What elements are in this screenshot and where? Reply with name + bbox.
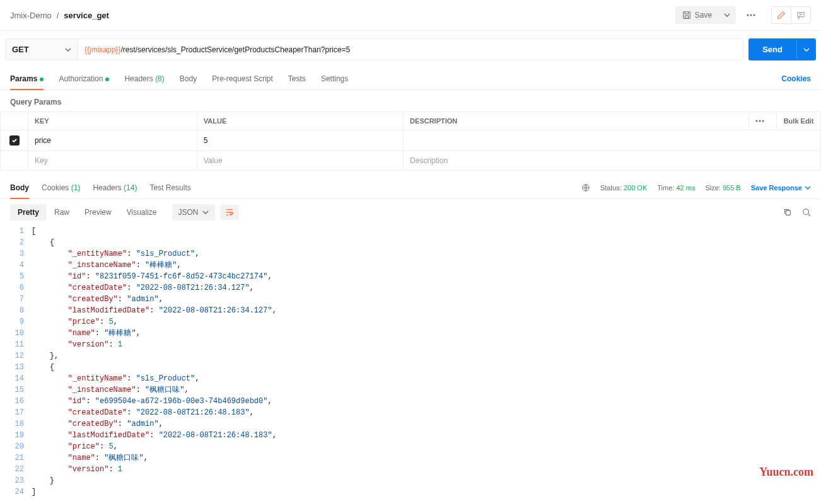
format-select[interactable]: JSON	[172, 204, 215, 220]
search-button[interactable]	[802, 208, 811, 217]
wrap-lines-button[interactable]	[220, 205, 239, 220]
cell-key-placeholder[interactable]: Key	[28, 151, 197, 171]
tab-headers[interactable]: Headers (8)	[124, 68, 164, 89]
search-icon	[802, 208, 811, 217]
cell-desc[interactable]	[404, 130, 821, 151]
bulk-edit[interactable]: Bulk Edit	[777, 112, 821, 130]
svg-point-11	[803, 209, 809, 215]
response-tabs: Body Cookies (1) Headers (14) Test Resul…	[0, 177, 821, 199]
breadcrumb-sep: /	[57, 11, 59, 20]
tab-tests[interactable]: Tests	[288, 68, 306, 89]
svg-point-3	[750, 14, 752, 16]
status-dot-icon	[40, 77, 44, 81]
table-row: price 5	[1, 130, 821, 151]
svg-rect-0	[683, 12, 690, 19]
save-dropdown[interactable]	[719, 6, 736, 24]
response-meta: Status: 200 OK Time: 42 ms Size: 955 B S…	[581, 183, 811, 192]
view-visualize[interactable]: Visualize	[119, 204, 165, 220]
globe-icon[interactable]	[581, 183, 590, 192]
view-pretty[interactable]: Pretty	[10, 204, 47, 220]
save-icon	[682, 11, 691, 20]
save-response-button[interactable]: Save Response	[751, 184, 811, 192]
tab-count: (8)	[155, 74, 165, 83]
col-value: VALUE	[197, 112, 403, 130]
breadcrumb: Jmix-Demo / service_get	[10, 11, 109, 20]
resp-tab-tests[interactable]: Test Results	[149, 177, 190, 198]
cell-value[interactable]: 5	[197, 130, 403, 151]
copy-button[interactable]	[783, 208, 792, 217]
tab-authorization[interactable]: Authorization	[59, 68, 109, 89]
view-raw[interactable]: Raw	[47, 204, 77, 220]
edit-button[interactable]	[771, 6, 791, 24]
svg-point-8	[762, 120, 764, 122]
request-tabs: Params Authorization Headers (8) Body Pr…	[0, 68, 821, 90]
header-actions: Save	[675, 6, 811, 24]
status-label: Status:	[600, 184, 622, 192]
table-row-empty: Key Value Description	[1, 151, 821, 171]
method-label: GET	[12, 45, 29, 54]
chevron-down-icon	[724, 12, 730, 18]
url-input[interactable]: {{jmixapp}}/rest/services/sls_ProductSer…	[78, 38, 743, 60]
size-label: Size:	[705, 184, 720, 192]
svg-rect-10	[786, 210, 790, 215]
response-body[interactable]: 123456789101112131415161718192021222324 …	[0, 226, 821, 501]
save-button[interactable]: Save	[675, 6, 719, 24]
tab-settings[interactable]: Settings	[321, 68, 348, 89]
chevron-down-icon	[202, 209, 209, 215]
params-table: KEY VALUE DESCRIPTION Bulk Edit price 5 …	[0, 112, 821, 171]
row-checkbox[interactable]	[9, 135, 20, 146]
resp-tab-cookies[interactable]: Cookies (1)	[42, 177, 80, 198]
col-desc: DESCRIPTION	[404, 112, 749, 130]
url-path: /rest/services/sls_ProductService/getPro…	[120, 45, 350, 54]
tab-label: Cookies	[42, 183, 69, 192]
svg-point-4	[754, 14, 755, 16]
tab-label: Params	[10, 74, 37, 83]
body-toolbar: Pretty Raw Preview Visualize JSON	[0, 199, 821, 226]
format-label: JSON	[178, 208, 199, 217]
cookies-link[interactable]: Cookies	[781, 74, 811, 83]
send-dropdown[interactable]	[796, 40, 816, 59]
tab-params[interactable]: Params	[10, 68, 44, 89]
resp-tab-headers[interactable]: Headers (14)	[93, 177, 137, 198]
tab-label: Headers	[124, 74, 153, 83]
request-row: GET {{jmixapp}}/rest/services/sls_Produc…	[0, 31, 821, 68]
comment-icon	[796, 11, 805, 20]
breadcrumb-workspace[interactable]: Jmix-Demo	[10, 11, 52, 20]
time-label: Time:	[657, 184, 674, 192]
tab-count: (14)	[124, 183, 137, 192]
time-value: 42 ms	[676, 184, 695, 192]
cell-value-placeholder[interactable]: Value	[197, 151, 403, 171]
line-gutter: 123456789101112131415161718192021222324	[0, 226, 32, 495]
send-button-group: Send	[748, 38, 816, 60]
more-actions-button[interactable]	[741, 9, 761, 21]
resp-tab-body[interactable]: Body	[10, 177, 29, 198]
code-lines: [ { "_entityName": "sls_Product", "_inst…	[32, 226, 821, 495]
cell-key[interactable]: price	[28, 130, 197, 151]
col-key: KEY	[28, 112, 197, 130]
comment-button[interactable]	[791, 6, 811, 24]
chevron-down-icon	[65, 47, 71, 53]
more-icon	[747, 14, 755, 16]
wrap-icon	[225, 209, 234, 216]
tab-prereq[interactable]: Pre-request Script	[212, 68, 273, 89]
col-more[interactable]	[749, 112, 777, 130]
send-button[interactable]: Send	[748, 38, 796, 60]
watermark: Yuucn.com	[759, 466, 813, 479]
svg-rect-5	[798, 13, 805, 17]
view-preview[interactable]: Preview	[77, 204, 119, 220]
save-response-label: Save Response	[751, 184, 802, 192]
status-dot-icon	[105, 77, 109, 81]
tab-count: (1)	[71, 183, 81, 192]
chevron-down-icon	[803, 47, 810, 53]
method-select[interactable]: GET	[5, 38, 78, 60]
tab-body[interactable]: Body	[180, 68, 197, 89]
cell-desc-placeholder[interactable]: Description	[404, 151, 821, 171]
pencil-icon	[777, 11, 786, 20]
svg-point-2	[747, 14, 749, 16]
size-value: 955 B	[723, 184, 741, 192]
status-value: 200 OK	[624, 184, 647, 192]
svg-point-6	[756, 120, 758, 122]
tab-label: Authorization	[59, 74, 103, 83]
copy-icon	[783, 208, 792, 217]
table-header-row: KEY VALUE DESCRIPTION Bulk Edit	[1, 112, 821, 130]
